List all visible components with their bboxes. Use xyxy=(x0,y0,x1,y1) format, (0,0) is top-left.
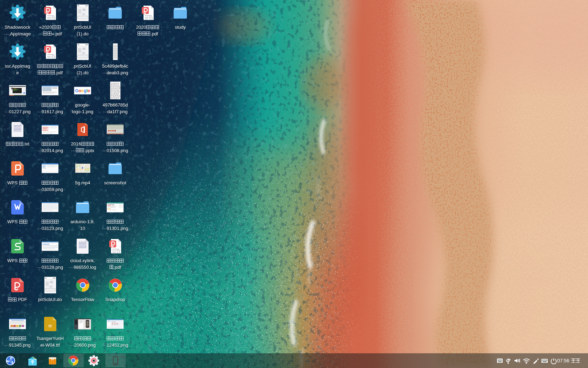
svg-text:ttf: ttf xyxy=(48,324,52,328)
svg-text:Google: Google xyxy=(75,88,90,93)
